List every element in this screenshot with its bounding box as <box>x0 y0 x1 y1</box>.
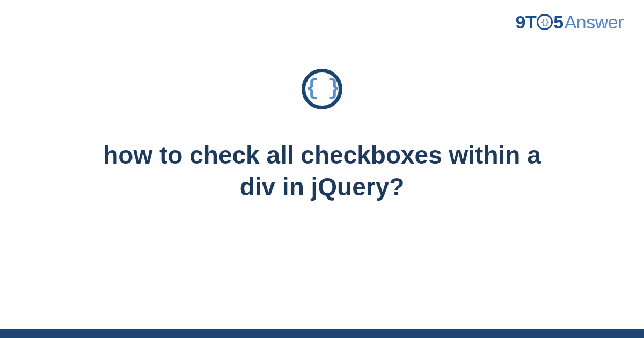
bottom-accent-bar <box>0 329 644 338</box>
brand-braces-inner: {} <box>541 18 549 26</box>
question-title: how to check all checkboxes within a div… <box>75 139 569 203</box>
brand-text-5: 5 <box>553 12 563 33</box>
brand-braces-icon: {} <box>537 14 553 30</box>
content-center: { } how to check all checkboxes within a… <box>0 69 644 203</box>
brand-text-answer: Answer <box>565 12 624 33</box>
brand-logo[interactable]: 9T {} 5 Answer <box>516 12 624 33</box>
code-category-icon: { } <box>302 69 342 109</box>
brand-text-9t: 9T <box>516 12 537 33</box>
curly-braces-icon: { } <box>306 78 338 100</box>
